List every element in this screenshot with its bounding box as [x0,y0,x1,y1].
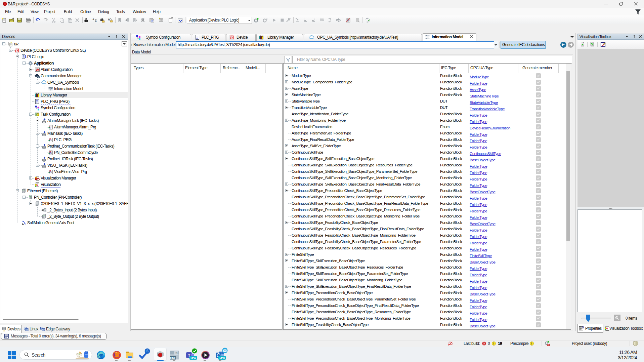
svg-text:Si: Si [175,352,178,355]
svg-text:NEW: NEW [190,357,196,360]
svg-text:NEW: NEW [219,357,225,360]
svg-text:OME: OME [170,356,176,360]
